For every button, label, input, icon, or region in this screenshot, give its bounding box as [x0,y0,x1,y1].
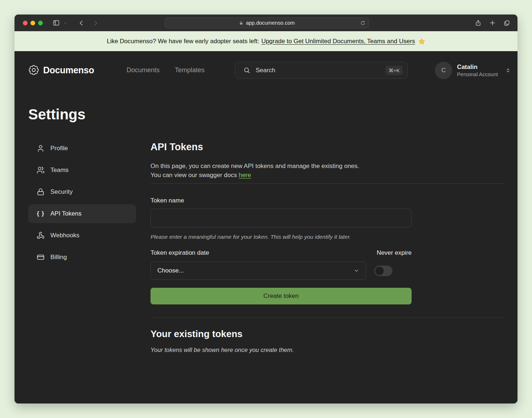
chevron-up-down-icon [505,67,511,74]
search-icon [243,67,250,74]
promo-banner: Like Documenso? We have few early adopte… [15,31,517,51]
refresh-icon[interactable] [360,20,366,26]
section-description: On this page, you can create new API tok… [150,161,504,180]
nav-templates[interactable]: Templates [175,66,205,74]
token-name-label: Token name [150,197,504,204]
nav-documents[interactable]: Documents [127,66,160,74]
swagger-docs-link[interactable]: here [239,172,251,179]
users-icon [36,166,45,174]
never-expire-label: Never expire [377,249,412,257]
avatar-initial: C [441,67,446,74]
braces-icon: { } [36,210,45,217]
token-name-help: Please enter a meaningful name for your … [150,234,504,240]
create-token-button[interactable]: Create token [150,288,412,304]
expiration-selected-value: Choose... [157,267,184,274]
lock-icon [239,21,243,25]
share-icon[interactable] [475,20,482,26]
avatar: C [435,62,452,79]
divider [150,183,504,184]
search-placeholder: Search [256,67,380,74]
main-nav: Documents Templates [127,66,205,74]
search-shortcut-badge: ⌘+K [385,66,403,75]
upgrade-link[interactable]: Upgrade to Get Unlimited Documents, Team… [261,38,415,45]
description-line2: You can view our swagger docs [150,172,239,179]
new-tab-icon[interactable] [489,20,496,26]
account-name: Catalin [457,63,498,71]
sidebar-item-webhooks[interactable]: Webhooks [28,226,136,245]
sidebar-item-label: API Tokens [50,210,82,217]
url-text: app.documenso.com [246,20,295,26]
account-type: Personal Account [457,71,498,78]
browser-window: app.documenso.com Like Documenso? We hav… [15,15,517,403]
search-input[interactable]: Search ⌘+K [235,62,408,79]
sidebar-item-profile[interactable]: Profile [28,139,136,158]
webhook-icon [36,231,45,239]
section-heading: API Tokens [150,142,504,152]
never-expire-toggle[interactable] [374,266,392,276]
sidebar-item-label: Profile [50,145,68,152]
brand-name: Documenso [43,65,94,75]
api-tokens-panel: API Tokens On this page, you can create … [150,142,504,353]
address-bar[interactable]: app.documenso.com [165,17,369,28]
description-line1: On this page, you can create new API tok… [150,163,359,169]
forward-button[interactable] [92,20,99,26]
chevron-down-icon [354,268,359,274]
banner-text: Like Documenso? We have few early adopte… [107,38,259,45]
sidebar-item-billing[interactable]: Billing [28,248,136,267]
expiration-label: Token expiration date [150,249,209,257]
app-content: Documenso Documents Templates Search ⌘+K… [15,51,517,403]
existing-tokens-empty-text: Your tokens will be shown here once you … [150,347,504,353]
sidebar-item-teams[interactable]: Teams [28,161,136,180]
existing-tokens-heading: Your existing tokens [150,328,504,339]
account-menu[interactable]: C Catalin Personal Account [435,62,511,79]
sidebar-item-label: Billing [50,254,67,261]
back-button[interactable] [78,20,84,26]
expiration-select[interactable]: Choose... [150,262,366,280]
page-title: Settings [28,106,86,123]
tab-overview-icon[interactable] [503,20,510,26]
minimize-window-button[interactable] [30,21,35,25]
chevron-down-icon[interactable] [63,21,67,25]
toggle-knob [375,267,384,275]
documenso-logo-icon [28,65,39,75]
token-name-input[interactable] [150,209,412,228]
sidebar-item-api-tokens[interactable]: { } API Tokens [28,204,136,223]
traffic-lights [23,21,43,25]
sidebar-item-label: Security [50,188,73,196]
sidebar-item-label: Webhooks [50,232,79,239]
star-icon [418,38,425,45]
zoom-window-button[interactable] [38,21,43,25]
sidebar-item-label: Teams [50,167,69,174]
close-window-button[interactable] [23,21,28,25]
lock-icon [36,188,45,196]
sidebar-item-security[interactable]: Security [28,183,136,201]
browser-titlebar: app.documenso.com [15,15,517,31]
sidebar-toggle-icon[interactable] [52,19,60,27]
credit-card-icon [36,253,45,261]
divider [150,317,504,318]
user-icon [36,144,45,152]
settings-sidebar: Profile Teams Security { } API Tokens [28,139,136,270]
brand[interactable]: Documenso [28,65,94,75]
